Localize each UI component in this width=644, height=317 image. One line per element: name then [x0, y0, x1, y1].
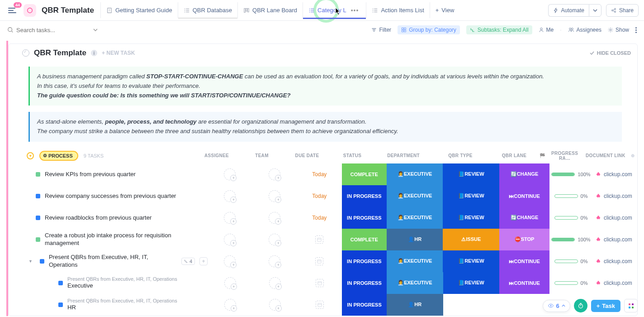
group-collapse-toggle[interactable]: ▾ — [27, 152, 34, 159]
department-cell[interactable]: 👤HR — [387, 229, 443, 250]
view-tab-menu[interactable]: ••• — [349, 7, 361, 14]
progress-bar[interactable] — [554, 281, 578, 285]
watchers-pill[interactable]: 6 — [543, 300, 570, 312]
qbr-lane-cell[interactable]: ⏭CONTINUE — [499, 250, 549, 272]
department-cell[interactable]: 👤HR — [387, 294, 443, 316]
status-cell[interactable]: IN PROGRESS — [342, 185, 387, 207]
automate-button[interactable]: Automate — [548, 4, 589, 17]
due-date[interactable]: Today — [312, 193, 327, 199]
assignee-placeholder[interactable] — [269, 234, 280, 245]
new-task-button[interactable]: + NEW TASK — [102, 50, 135, 56]
status-square[interactable] — [36, 172, 40, 177]
hide-closed-toggle[interactable]: HIDE CLOSED — [589, 50, 631, 56]
qbr-type-cell[interactable] — [443, 294, 500, 316]
assignee-placeholder[interactable] — [269, 168, 280, 180]
view-tab-category[interactable]: Category L ••• — [303, 2, 366, 19]
assignee-placeholder[interactable] — [224, 212, 236, 224]
document-link[interactable]: clickup.com — [604, 193, 632, 199]
col-assignee[interactable]: ASSIGNEE — [194, 153, 239, 158]
assignees-button[interactable]: Assignees — [568, 27, 601, 33]
status-cell[interactable]: COMPLETE — [342, 229, 387, 250]
task-title[interactable]: Review roadblocks from previous quarter — [45, 214, 152, 222]
col-qbr-lane[interactable]: QBR LANE — [489, 153, 540, 158]
progress-bar[interactable] — [551, 238, 575, 241]
progress-bar[interactable] — [554, 194, 578, 198]
assignee-placeholder[interactable] — [269, 255, 280, 267]
col-team[interactable]: TEAM — [239, 153, 284, 158]
share-button[interactable]: Share — [606, 4, 639, 17]
chevron-down-icon[interactable] — [93, 28, 98, 32]
qbr-lane-cell[interactable]: 🔄CHANGE — [499, 163, 549, 185]
search-input[interactable] — [16, 27, 80, 34]
info-icon[interactable]: i — [91, 50, 97, 56]
department-cell[interactable]: 👩‍💼EXECUTIVE — [387, 185, 443, 207]
assignee-placeholder[interactable] — [224, 299, 236, 311]
assignee-placeholder[interactable] — [224, 168, 236, 180]
status-cell[interactable]: IN PROGRESS — [342, 294, 387, 316]
task-row[interactable]: Create a robust job intake process for r… — [18, 229, 637, 250]
qbr-type-cell[interactable]: 📘REVIEW — [443, 272, 500, 294]
qbr-lane-cell[interactable]: ⏭CONTINUE — [499, 185, 549, 207]
subtasks-chip[interactable]: Subtasks: Expand All — [466, 25, 532, 34]
subtask-row[interactable]: Present QBRs from Executive, HR, IT, Ope… — [18, 272, 637, 294]
col-status[interactable]: STATUS — [330, 153, 375, 158]
assignee-placeholder[interactable] — [224, 190, 236, 202]
status-square[interactable] — [58, 303, 63, 307]
group-pill[interactable]: ⚙PROCESS — [39, 151, 78, 161]
col-progress[interactable]: 🏁PROGRESS RA… — [540, 151, 583, 161]
status-cell[interactable]: IN PROGRESS — [342, 207, 387, 229]
due-date-empty[interactable] — [316, 301, 324, 309]
task-title[interactable]: Review company successes from previous q… — [45, 192, 176, 200]
assignee-placeholder[interactable] — [269, 277, 281, 289]
department-cell[interactable]: 👩‍💼EXECUTIVE — [387, 207, 443, 229]
expand-toggle[interactable]: ▼ — [28, 259, 33, 264]
task-row[interactable]: Review roadblocks from previous quarter … — [18, 207, 637, 229]
status-square[interactable] — [36, 237, 40, 242]
status-cell[interactable]: IN PROGRESS — [342, 272, 387, 294]
qbr-lane-cell[interactable] — [499, 294, 549, 316]
status-square[interactable] — [36, 194, 40, 198]
assignee-placeholder[interactable] — [224, 277, 236, 289]
task-title[interactable]: Review KPIs from previous quarter — [45, 171, 136, 178]
new-task-floating-button[interactable]: + Task — [591, 300, 620, 312]
task-row[interactable]: Review KPIs from previous quarter Today … — [18, 163, 637, 185]
document-link[interactable]: clickup.com — [604, 236, 632, 243]
col-document[interactable]: DOCUMENT LINK — [583, 153, 628, 158]
department-cell[interactable]: 👩‍💼EXECUTIVE — [387, 250, 443, 272]
due-date[interactable]: Today — [312, 215, 327, 221]
view-tab-database[interactable]: QBR Database — [178, 2, 237, 18]
task-row[interactable]: ▼ Present QBRs from Executive, HR, IT, O… — [18, 250, 637, 272]
app-grid-button[interactable] — [624, 299, 638, 312]
view-tab-lane-board[interactable]: QBR Lane Board — [237, 2, 303, 18]
due-date-empty[interactable] — [315, 235, 323, 244]
view-tab-action-items[interactable]: Action Items List — [366, 2, 429, 18]
timer-button[interactable] — [574, 299, 587, 312]
status-square[interactable] — [40, 259, 44, 264]
space-logo[interactable] — [24, 4, 36, 17]
assignee-placeholder[interactable] — [269, 212, 280, 224]
progress-bar[interactable] — [551, 173, 575, 176]
task-title[interactable]: Present QBRs from Executive, HR, IT, Ope… — [49, 254, 177, 269]
department-cell[interactable]: 👩‍💼EXECUTIVE — [387, 272, 443, 294]
document-link[interactable]: clickup.com — [604, 258, 632, 264]
status-cell[interactable]: COMPLETE — [342, 163, 387, 185]
col-due[interactable]: DUE DATE — [284, 153, 330, 158]
subtask-title[interactable]: HR — [67, 304, 177, 312]
menu-toggle[interactable]: 44 — [5, 5, 19, 16]
qbr-lane-cell[interactable]: ⏭CONTINUE — [499, 272, 549, 294]
collapse-toggle[interactable] — [22, 49, 29, 57]
add-subtask[interactable]: + — [199, 257, 208, 265]
status-square[interactable] — [58, 281, 63, 285]
status-cell[interactable]: IN PROGRESS — [342, 250, 387, 272]
automate-dropdown[interactable] — [589, 4, 601, 17]
col-qbr-type[interactable]: QBR TYPE — [432, 153, 489, 158]
due-date-empty[interactable] — [316, 279, 324, 287]
search-box[interactable] — [7, 27, 98, 34]
progress-bar[interactable] — [554, 216, 578, 220]
due-date-empty[interactable] — [315, 257, 323, 265]
document-link[interactable]: clickup.com — [604, 171, 632, 178]
filter-button[interactable]: Filter — [371, 27, 391, 33]
assignee-placeholder[interactable] — [269, 299, 281, 311]
document-link[interactable]: clickup.com — [604, 215, 632, 221]
department-cell[interactable]: 👩‍💼EXECUTIVE — [387, 163, 443, 185]
